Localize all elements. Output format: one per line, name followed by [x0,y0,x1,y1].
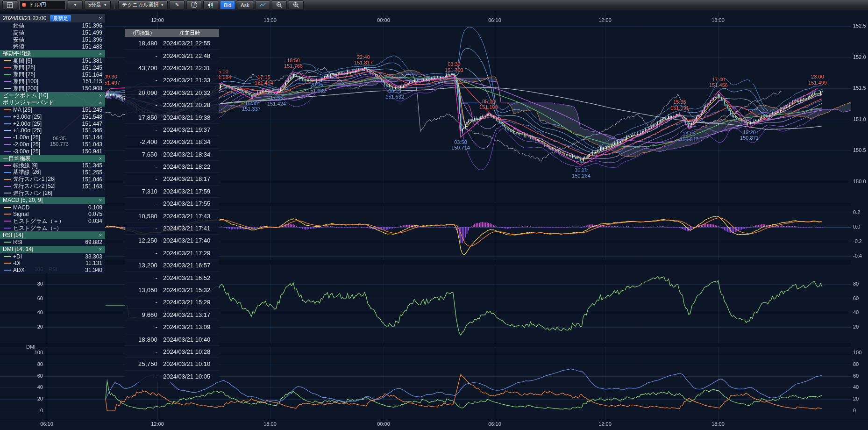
order-row[interactable]: -2,4002024/03/21 18:34 [125,136,219,148]
pair-dropdown-button[interactable]: ▼ [68,0,83,9]
close-icon[interactable]: × [97,93,104,98]
order-row[interactable]: -2024/03/21 17:55 [125,197,219,209]
indicator-value: 151.483 [82,43,102,50]
indicator-row: -3.00σ [25]150.941 [0,148,105,155]
order-row[interactable]: -2024/03/21 10:28 [125,345,219,358]
order-row[interactable]: -2024/03/21 17:41 [125,222,219,234]
chart-annotation-high: 17:15151.494 [255,74,273,86]
line-swatch-icon [4,137,11,138]
order-datetime: 2024/03/21 17:43 [157,213,219,220]
close-icon[interactable]: × [97,51,104,57]
dmi-axis-label: 0 [853,408,856,413]
order-row[interactable]: -2024/03/21 19:37 [125,123,219,136]
candle-datetime: 2024/03/21 23:00 [3,15,46,22]
line-chart-button[interactable] [255,0,270,9]
order-row[interactable]: 20,0902024/03/21 20:32 [125,86,219,99]
order-datetime: 2024/03/21 17:29 [157,250,219,257]
order-row[interactable]: 10,5802024/03/21 17:43 [125,209,219,222]
chart-annotation-low: 17:55151.424 [267,95,286,107]
order-amount: 13,050 [125,287,157,294]
time-axis-label: 06:10 [488,421,501,427]
info-button[interactable]: i [186,0,201,9]
order-row[interactable]: 7,3102024/03/21 17:59 [125,185,219,197]
indicator-row: 終値151.483 [0,43,105,50]
close-icon[interactable]: × [97,197,104,203]
indicator-row: MACD0.109 [0,204,105,211]
indicator-label: -3.00σ [25] [13,148,82,155]
indicator-row: ヒストグラム（＋）0.034 [0,218,105,225]
order-row[interactable]: 13,0502024/03/21 15:32 [125,284,219,296]
order-row[interactable]: 18,8002024/03/21 10:40 [125,333,219,345]
order-amount: - [125,323,157,330]
order-row[interactable]: -2024/03/21 18:17 [125,172,219,185]
order-row[interactable]: -2024/03/21 10:05 [125,370,219,382]
order-row[interactable]: 18,4802024/03/21 22:55 [125,37,219,49]
order-amount: - [125,52,157,59]
technical-select-button[interactable]: テクニカル選択 ▼ [118,0,168,9]
order-row[interactable]: -2024/03/21 20:28 [125,99,219,111]
order-row[interactable]: -2024/03/21 17:29 [125,247,219,259]
info-panel-body: 始値151.396高値151.499安値151.396終値151.483移動平均… [0,22,105,274]
order-datetime: 2024/03/21 22:55 [157,40,219,47]
indicator-label: -2.00σ [25] [13,141,82,148]
order-row[interactable]: 7,6502024/03/21 18:34 [125,148,219,160]
chart-annotation-high: 18:50151.766 [284,57,303,69]
indicator-value: 0.075 [88,211,102,217]
draw-tool-button[interactable]: ✎ [170,0,185,9]
ask-button[interactable]: Ask [237,0,253,9]
order-datetime: 2024/03/21 10:10 [157,360,219,367]
indicator-value: 33.303 [85,253,102,260]
order-row[interactable]: -2024/03/21 16:52 [125,271,219,283]
order-row[interactable]: 43,7002024/03/21 22:31 [125,62,219,74]
currency-pair-select[interactable]: ドル/円 [19,0,66,9]
chart-annotation-low: 20:05151.632 [307,82,326,93]
indicator-row: 基準線 [26]151.255 [0,169,105,176]
dmi-axis-label: 100 [853,350,861,355]
indicator-value: 151.245 [82,64,102,71]
dmi-axis-label: 100 [24,350,43,355]
indicator-label: +DI [13,253,85,260]
chevron-down-icon: ▼ [160,3,164,7]
line-swatch-icon [4,88,11,89]
order-amount: 18,800 [125,336,157,343]
close-icon[interactable]: × [97,15,104,21]
candle-style-button[interactable] [203,0,218,9]
order-row[interactable]: 13,2002024/03/21 16:57 [125,259,219,271]
order-row[interactable]: -2024/03/21 13:09 [125,321,219,333]
close-icon[interactable]: × [97,100,104,106]
chart-annotation-low: 16:35151.337 [242,100,261,112]
rsi-axis-label: 80 [853,281,859,287]
order-amount: 10,580 [125,213,157,220]
time-axis-label: 18:00 [263,17,277,23]
pair-label: ドル/円 [29,1,46,8]
zoom-out-button[interactable] [272,0,287,9]
timeframe-select[interactable]: 5分足 ▼ [85,0,111,9]
window-layout-button[interactable] [2,0,17,9]
indicator-value: 151.255 [82,169,102,176]
close-icon[interactable]: × [97,246,104,252]
rsi-axis-label: 40 [853,309,859,315]
close-icon[interactable]: × [97,232,104,238]
zoom-in-icon [293,2,299,8]
chart-annotation-high: 22:40151.817 [354,54,373,66]
toolbar-divider [114,1,115,9]
order-row[interactable]: 9,6602024/03/21 13:17 [125,308,219,321]
close-icon[interactable]: × [97,156,104,161]
zoom-in-button[interactable] [289,0,304,9]
order-row[interactable]: 25,7502024/03/21 10:10 [125,358,219,370]
order-row[interactable]: 17,8502024/03/21 19:38 [125,111,219,123]
order-datetime: 2024/03/21 17:59 [157,188,219,195]
order-row[interactable]: -2024/03/21 21:33 [125,74,219,86]
chart-annotation-low: 10:20150.264 [572,167,591,179]
indicator-value: 151.447 [82,121,102,127]
window-icon [7,2,13,8]
order-row[interactable]: 12,2502024/03/21 17:40 [125,234,219,246]
order-row[interactable]: -2024/03/21 22:48 [125,49,219,61]
bid-button[interactable]: Bid [220,0,235,9]
line-swatch-icon [4,242,11,243]
order-row[interactable]: -2024/03/21 18:22 [125,160,219,172]
indicator-section-header: MACD [5, 20, 9]× [0,197,105,204]
order-amount: - [125,163,157,170]
indicator-section-title: ボリンジャーバンド [3,99,97,107]
order-row[interactable]: -2024/03/21 15:29 [125,296,219,308]
